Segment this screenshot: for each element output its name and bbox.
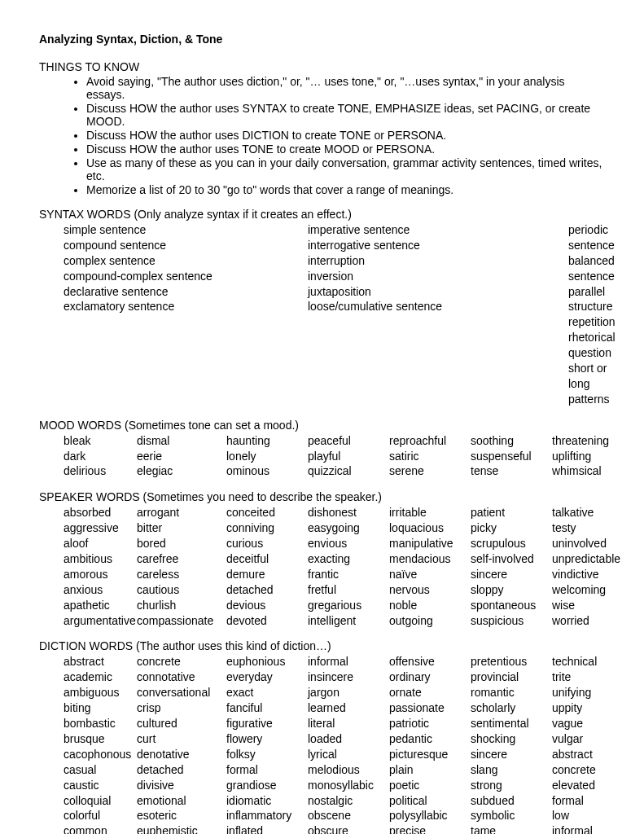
word-column: technicaltriteunifyinguppityvaguevulgara… (552, 654, 605, 834)
word-item: detached (226, 582, 308, 598)
word-item: caustic (64, 778, 137, 793)
word-item: flowery (226, 731, 308, 747)
word-item: divisive (137, 778, 226, 793)
word-item: frantic (308, 567, 389, 582)
diction-columns: abstractacademicambiguousbitingbombastic… (39, 654, 605, 834)
word-item: sincere (471, 567, 552, 582)
word-item: complex sentence (64, 253, 308, 269)
word-item: emotional (137, 793, 226, 809)
word-item: interrogative sentence (308, 238, 568, 253)
syntax-header: SYNTAX WORDS (Only analyze syntax if it … (39, 208, 605, 221)
word-item: demure (226, 567, 308, 582)
word-item: offensive (389, 654, 471, 669)
word-item: imperative sentence (308, 222, 568, 238)
word-item: abstract (552, 747, 605, 762)
word-item: churlish (137, 598, 226, 613)
word-item: loose/cumulative sentence (308, 299, 568, 314)
word-item: grandiose (226, 778, 308, 793)
list-item: Discuss HOW the author uses TONE to crea… (86, 143, 605, 156)
word-item: apathetic (64, 598, 137, 613)
word-item: envious (308, 536, 389, 551)
word-item: connotative (137, 669, 226, 685)
word-item: fretful (308, 582, 389, 598)
word-item: crisp (137, 700, 226, 716)
word-item: reproachful (389, 433, 471, 449)
word-item: haunting (226, 433, 308, 449)
word-item: sloppy (471, 582, 552, 598)
word-item: picky (471, 520, 552, 536)
word-item: romantic (471, 685, 552, 700)
word-item: slang (471, 762, 552, 778)
word-item: precise (389, 823, 471, 834)
word-item: conversational (137, 685, 226, 700)
word-column: informalinsincerejargonlearnedliteralloa… (308, 654, 389, 834)
word-item: compassionate (137, 613, 226, 629)
list-item: Use as many of these as you can in your … (86, 156, 605, 182)
word-column: peacefulplayfulquizzical (308, 433, 389, 480)
word-item: anxious (64, 582, 137, 598)
word-item: colloquial (64, 793, 137, 809)
word-item: biting (64, 700, 137, 716)
word-item: symbolic (471, 808, 552, 823)
word-item: periodic sentence (568, 222, 616, 253)
word-item: poetic (389, 778, 471, 793)
word-item: inflammatory (226, 808, 308, 823)
word-item: careless (137, 567, 226, 582)
word-item: euphemistic (137, 823, 226, 834)
word-item: quizzical (308, 463, 389, 479)
word-column: patientpickyscrupulousself-involvedsince… (471, 505, 552, 628)
word-item: bored (137, 536, 226, 551)
word-item: common (64, 823, 137, 834)
word-item: pedantic (389, 731, 471, 747)
word-item: idiomatic (226, 793, 308, 809)
word-item: subdued (471, 793, 552, 809)
word-column: euphoniouseverydayexactfancifulfigurativ… (226, 654, 308, 834)
word-item: parallel structure (568, 284, 616, 315)
word-item: unifying (552, 685, 605, 700)
word-column: periodic sentencebalanced sentenceparall… (568, 222, 616, 407)
word-item: denotative (137, 747, 226, 762)
word-item: bitter (137, 520, 226, 536)
word-item: devious (226, 598, 308, 613)
word-item: spontaneous (471, 598, 552, 613)
word-item: folksy (226, 747, 308, 762)
word-item: elegiac (137, 463, 226, 479)
word-item: easygoing (308, 520, 389, 536)
word-item: compound sentence (64, 238, 308, 253)
word-item: suspenseful (471, 449, 552, 464)
word-item: dark (64, 449, 137, 464)
word-item: intelligent (308, 613, 389, 629)
word-column: reproachfulsatiricserene (389, 433, 471, 480)
mood-header: MOOD WORDS (Sometimes tone can set a moo… (39, 419, 605, 432)
word-item: dishonest (308, 505, 389, 520)
word-item: carefree (137, 551, 226, 567)
word-item: noble (389, 598, 471, 613)
word-item: fanciful (226, 700, 308, 716)
word-item: compound-complex sentence (64, 269, 308, 284)
word-item: curt (137, 731, 226, 747)
word-column: offensiveordinaryornatepassionatepatriot… (389, 654, 471, 834)
word-item: conniving (226, 520, 308, 536)
word-item: short or long patterns (568, 361, 616, 407)
word-item: formal (226, 762, 308, 778)
word-item: wise (552, 598, 620, 613)
word-item: detached (137, 762, 226, 778)
word-item: nostalgic (308, 793, 389, 809)
word-item: loaded (308, 731, 389, 747)
word-item: peaceful (308, 433, 389, 449)
word-item: patient (471, 505, 552, 520)
word-item: delirious (64, 463, 137, 479)
word-item: cacophonous (64, 747, 137, 762)
word-item: informal (552, 823, 605, 834)
things-to-know-header: THINGS TO KNOW (39, 60, 605, 73)
speaker-header: SPEAKER WORDS (Sometimes you need to des… (39, 490, 605, 503)
word-item: interruption (308, 253, 568, 269)
word-item: rhetorical question (568, 330, 616, 361)
word-item: nervous (389, 582, 471, 598)
word-item: simple sentence (64, 222, 308, 238)
word-item: esoteric (137, 808, 226, 823)
word-item: abstract (64, 654, 137, 669)
word-item: concrete (137, 654, 226, 669)
word-item: repetition (568, 314, 616, 330)
word-item: low (552, 808, 605, 823)
